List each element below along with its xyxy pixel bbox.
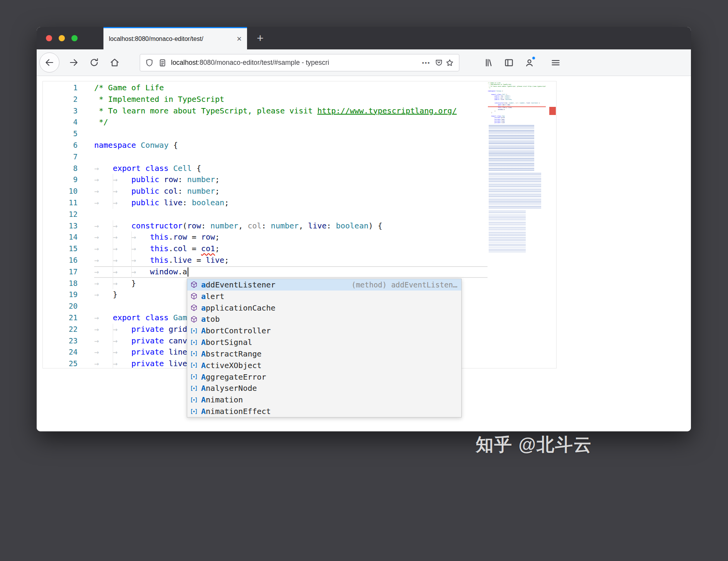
suggest-item[interactable]: AnimationEffect bbox=[187, 406, 461, 417]
line-number[interactable]: 19 bbox=[43, 289, 94, 301]
line-number[interactable]: 8 bbox=[43, 163, 94, 174]
line-number[interactable]: 1 bbox=[43, 82, 94, 94]
code-line[interactable]: 14→→→this.row = row; bbox=[43, 231, 556, 243]
tracking-protection-shield-icon[interactable] bbox=[145, 58, 154, 68]
code-content[interactable]: */ bbox=[94, 117, 488, 128]
tab-whitespace-arrow: → bbox=[94, 312, 113, 324]
code-content[interactable]: →→→this.live = live; bbox=[94, 255, 488, 266]
code-line[interactable]: 6namespace Conway { bbox=[43, 140, 556, 151]
line-number[interactable]: 12 bbox=[43, 209, 94, 220]
code-content[interactable]: →→→this.col = co1; bbox=[94, 243, 488, 255]
zoom-window-button[interactable] bbox=[71, 35, 78, 41]
line-number[interactable]: 13 bbox=[43, 220, 94, 232]
line-number[interactable]: 2 bbox=[43, 94, 94, 105]
suggest-item[interactable]: applicationCache bbox=[187, 302, 461, 314]
code-line[interactable]: 13→→constructor(row: number, col: number… bbox=[43, 220, 556, 232]
sidebar-toggle-button[interactable] bbox=[504, 57, 514, 68]
code-content[interactable] bbox=[94, 151, 488, 163]
line-number[interactable]: 18 bbox=[43, 278, 94, 289]
pocket-icon[interactable] bbox=[434, 58, 444, 68]
line-number[interactable]: 3 bbox=[43, 105, 94, 117]
code-content[interactable]: →→public col: number; bbox=[94, 186, 488, 197]
suggest-item[interactable]: AbortController bbox=[187, 325, 461, 336]
suggest-item[interactable]: ActiveXObject bbox=[187, 360, 461, 371]
line-number[interactable]: 22 bbox=[43, 324, 94, 335]
line-number[interactable]: 11 bbox=[43, 197, 94, 209]
back-button[interactable] bbox=[39, 52, 59, 73]
code-line[interactable]: 5 bbox=[43, 128, 556, 140]
suggest-item[interactable]: addEventListener(method) addEventListen… bbox=[187, 279, 461, 291]
code-token: number bbox=[271, 221, 299, 230]
line-number[interactable]: 7 bbox=[43, 151, 94, 163]
code-content[interactable]: →→→window.a bbox=[94, 266, 488, 278]
code-line[interactable]: 12 bbox=[43, 209, 556, 220]
code-line[interactable]: 8→export class Cell { bbox=[43, 163, 556, 174]
code-line[interactable]: 3 * To learn more about TypeScript, plea… bbox=[43, 105, 556, 117]
line-number[interactable]: 15 bbox=[43, 243, 94, 255]
code-content[interactable]: * To learn more about TypeScript, please… bbox=[94, 105, 488, 117]
code-line[interactable]: 2 * Implemented in TypeScript bbox=[43, 94, 556, 105]
minimap[interactable]: /* Game of Life * Implemented in TypeScr… bbox=[488, 82, 546, 367]
code-line[interactable]: 1/* Game of Life bbox=[43, 82, 556, 94]
library-button[interactable] bbox=[483, 57, 494, 68]
code-line[interactable]: 11→→public live: boolean; bbox=[43, 197, 556, 209]
browser-tab[interactable]: localhost:8080/monaco-editor/test/ × bbox=[103, 27, 247, 49]
code-content[interactable] bbox=[94, 209, 488, 220]
code-line[interactable]: 16→→→this.live = live; bbox=[43, 255, 556, 266]
line-number[interactable]: 4 bbox=[43, 117, 94, 128]
suggest-item[interactable]: AbstractRange bbox=[187, 348, 461, 360]
line-number[interactable]: 17 bbox=[43, 266, 94, 278]
overview-ruler[interactable] bbox=[546, 81, 556, 368]
suggest-item[interactable]: AbortSignal bbox=[187, 336, 461, 348]
menu-button[interactable] bbox=[550, 57, 561, 68]
code-content[interactable]: →→public row: number; bbox=[94, 174, 488, 186]
code-content[interactable]: →→constructor(row: number, col: number, … bbox=[94, 220, 488, 232]
home-button[interactable] bbox=[105, 52, 125, 73]
code-token: : bbox=[327, 221, 336, 230]
code-line[interactable]: 9→→public row: number; bbox=[43, 174, 556, 186]
minimize-window-button[interactable] bbox=[59, 35, 65, 41]
suggest-item[interactable]: alert bbox=[187, 291, 461, 302]
line-number[interactable]: 6 bbox=[43, 140, 94, 151]
code-line[interactable]: 15→→→this.col = co1; bbox=[43, 243, 556, 255]
code-content[interactable]: namespace Conway { bbox=[94, 140, 488, 151]
code-line[interactable]: 4 */ bbox=[43, 117, 556, 128]
code-content[interactable]: * Implemented in TypeScript bbox=[94, 94, 488, 105]
line-number[interactable]: 9 bbox=[43, 174, 94, 186]
code-token: ; bbox=[215, 175, 220, 184]
line-number[interactable]: 5 bbox=[43, 128, 94, 140]
suggest-item[interactable]: atob bbox=[187, 313, 461, 325]
page-actions-icon[interactable]: ••• bbox=[422, 59, 430, 66]
line-number[interactable]: 16 bbox=[43, 255, 94, 266]
code-content[interactable]: →export class Cell { bbox=[94, 163, 488, 174]
url-text[interactable]: localhost:8080/monaco-editor/test/#sampl… bbox=[171, 59, 418, 67]
tab-close-icon[interactable]: × bbox=[237, 35, 242, 43]
line-number[interactable]: 25 bbox=[43, 358, 94, 368]
line-number[interactable]: 23 bbox=[43, 335, 94, 347]
code-content[interactable] bbox=[94, 128, 488, 140]
code-line[interactable]: 7 bbox=[43, 151, 556, 163]
new-tab-button[interactable]: + bbox=[252, 27, 269, 49]
suggest-item[interactable]: Animation bbox=[187, 394, 461, 406]
suggest-item[interactable]: AggregateError bbox=[187, 371, 461, 383]
reload-button[interactable] bbox=[84, 52, 104, 73]
code-token: class bbox=[145, 164, 168, 173]
page-info-icon[interactable] bbox=[158, 58, 167, 68]
line-number[interactable]: 10 bbox=[43, 186, 94, 197]
line-number[interactable]: 20 bbox=[43, 301, 94, 312]
forward-button[interactable] bbox=[64, 52, 84, 73]
account-button[interactable] bbox=[524, 57, 535, 68]
bookmark-star-icon[interactable] bbox=[445, 58, 454, 68]
code-line[interactable]: 17→→→window.a bbox=[43, 266, 556, 278]
close-window-button[interactable] bbox=[46, 35, 52, 41]
code-line[interactable]: 10→→public col: number; bbox=[43, 186, 556, 197]
line-number[interactable]: 21 bbox=[43, 312, 94, 324]
code-content[interactable]: →→public live: boolean; bbox=[94, 197, 488, 209]
line-number[interactable]: 24 bbox=[43, 346, 94, 358]
code-token: row bbox=[173, 232, 187, 242]
url-bar[interactable]: localhost:8080/monaco-editor/test/#sampl… bbox=[140, 54, 459, 71]
suggest-item[interactable]: AnalyserNode bbox=[187, 382, 461, 394]
code-content[interactable]: /* Game of Life bbox=[94, 82, 488, 94]
code-content[interactable]: →→→this.row = row; bbox=[94, 231, 488, 243]
line-number[interactable]: 14 bbox=[43, 231, 94, 243]
